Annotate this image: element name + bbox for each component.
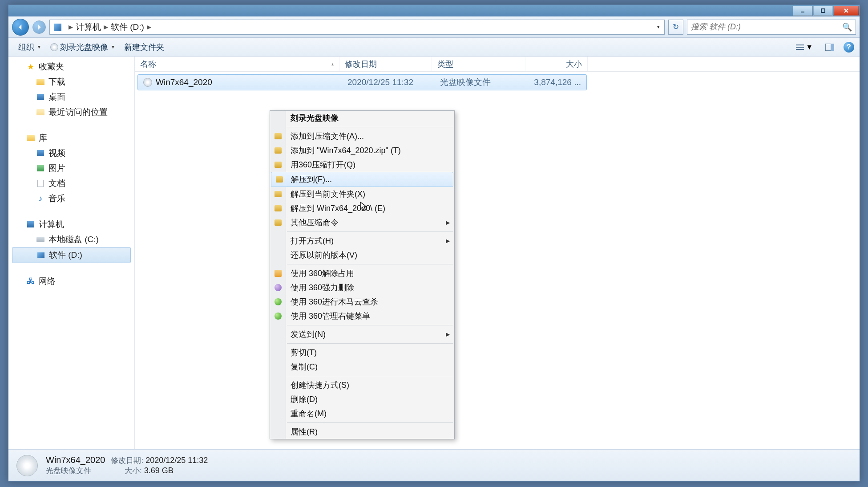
iso-file-icon xyxy=(143,78,152,87)
ctx-360-menu[interactable]: 使用 360管理右键菜单 xyxy=(270,309,454,323)
sidebar-pictures[interactable]: 图片 xyxy=(8,161,134,176)
mouse-cursor-icon xyxy=(359,201,369,213)
archive-icon xyxy=(274,218,283,227)
ctx-360-unlock[interactable]: 使用 360解除占用 xyxy=(270,266,454,280)
svg-rect-6 xyxy=(796,49,804,50)
sidebar-music[interactable]: ♪音乐 xyxy=(8,191,134,206)
archive-icon xyxy=(274,146,283,155)
command-bar: 组织▼ 刻录光盘映像▼ 新建文件夹 ▼ ? xyxy=(8,38,860,57)
column-headers: 名称▴ 修改日期 类型 大小 xyxy=(135,57,860,72)
ctx-send-to[interactable]: 发送到(N)▶ xyxy=(270,327,454,341)
sidebar-drive-d[interactable]: 软件 (D:) xyxy=(12,247,131,263)
chevron-right-icon: ▶ xyxy=(147,24,151,30)
svg-rect-5 xyxy=(796,47,804,48)
sort-indicator-icon: ▴ xyxy=(331,61,334,66)
minimize-button[interactable] xyxy=(793,6,812,16)
search-input[interactable] xyxy=(691,22,842,32)
network-icon: 🖧 xyxy=(26,277,35,286)
submenu-arrow-icon: ▶ xyxy=(446,219,450,226)
360-icon xyxy=(274,283,283,292)
svg-rect-8 xyxy=(831,44,834,51)
sidebar-drive-c[interactable]: 本地磁盘 (C:) xyxy=(8,232,134,247)
archive-icon xyxy=(274,190,283,199)
submenu-arrow-icon: ▶ xyxy=(446,238,450,244)
ctx-open-360zip[interactable]: 用360压缩打开(Q) xyxy=(270,158,454,172)
title-bar xyxy=(8,5,860,16)
back-button[interactable] xyxy=(12,19,29,36)
navigation-bar: ▶ 计算机 ▶ 软件 (D:) ▶ ▾ ↻ 🔍 xyxy=(8,16,860,38)
col-type[interactable]: 类型 xyxy=(432,57,525,71)
address-dropdown[interactable]: ▾ xyxy=(652,20,664,34)
computer-icon xyxy=(26,220,35,229)
ctx-other-zip[interactable]: 其他压缩命令▶ xyxy=(270,215,454,230)
sidebar-desktop[interactable]: 桌面 xyxy=(8,89,134,105)
file-date: 2020/12/25 11:32 xyxy=(342,77,435,87)
archive-icon xyxy=(274,160,283,169)
ctx-360-force-delete[interactable]: 使用 360强力删除 xyxy=(270,280,454,295)
col-size[interactable]: 大小 xyxy=(525,57,588,71)
ctx-extract-to[interactable]: 解压到(F)... xyxy=(271,172,453,187)
ctx-cut[interactable]: 剪切(T) xyxy=(270,345,454,360)
ctx-burn-image[interactable]: 刻录光盘映像 xyxy=(270,111,454,125)
details-title: Win7x64_2020 xyxy=(46,455,105,465)
burn-image-button[interactable]: 刻录光盘映像▼ xyxy=(46,40,120,54)
sidebar-network[interactable]: 🖧网络 xyxy=(8,274,134,289)
forward-button[interactable] xyxy=(32,20,46,34)
picture-icon xyxy=(36,164,45,173)
sidebar-videos[interactable]: 视频 xyxy=(8,146,134,161)
ctx-360-scan[interactable]: 使用 360进行木马云查杀 xyxy=(270,295,454,309)
organize-button[interactable]: 组织▼ xyxy=(14,40,46,54)
sidebar-libraries[interactable]: 库 xyxy=(8,130,134,146)
svg-rect-1 xyxy=(821,9,825,12)
chevron-right-icon: ▶ xyxy=(69,24,73,30)
ctx-delete[interactable]: 删除(D) xyxy=(270,392,454,406)
folder-icon xyxy=(36,77,45,86)
preview-pane-button[interactable] xyxy=(822,42,837,52)
details-pane: Win7x64_2020 修改日期: 2020/12/25 11:32 光盘映像… xyxy=(8,449,860,481)
ctx-add-archive[interactable]: 添加到压缩文件(A)... xyxy=(270,129,454,143)
sidebar-favorites[interactable]: ★收藏夹 xyxy=(8,59,134,74)
ctx-copy[interactable]: 复制(C) xyxy=(270,360,454,374)
document-icon xyxy=(36,179,45,188)
sidebar-documents[interactable]: 文档 xyxy=(8,176,134,191)
details-size-value: 3.69 GB xyxy=(144,466,174,475)
refresh-button[interactable]: ↻ xyxy=(668,20,683,35)
file-name: Win7x64_2020 xyxy=(156,77,212,87)
breadcrumb-root[interactable]: 计算机 xyxy=(76,21,101,33)
address-bar[interactable]: ▶ 计算机 ▶ 软件 (D:) ▶ ▾ xyxy=(49,20,665,35)
context-menu: 刻录光盘映像 添加到压缩文件(A)... 添加到 "Win7x64_2020.z… xyxy=(270,110,455,439)
ctx-restore-previous[interactable]: 还原以前的版本(V) xyxy=(270,248,454,262)
sidebar-recent[interactable]: 最近访问的位置 xyxy=(8,105,134,120)
details-size-label: 大小: xyxy=(125,467,142,475)
disc-icon xyxy=(50,43,58,51)
file-list-pane: 名称▴ 修改日期 类型 大小 Win7x64_2020 2020/12/25 1… xyxy=(135,57,860,449)
close-button[interactable] xyxy=(834,6,859,16)
view-options-button[interactable]: ▼ xyxy=(793,42,816,53)
file-row[interactable]: Win7x64_2020 2020/12/25 11:32 光盘映像文件 3,8… xyxy=(137,74,587,90)
archive-icon xyxy=(274,204,283,213)
maximize-button[interactable] xyxy=(813,6,833,16)
library-icon xyxy=(26,134,35,142)
video-icon xyxy=(36,149,45,158)
help-button[interactable]: ? xyxy=(844,42,854,53)
archive-icon xyxy=(275,175,284,184)
details-type: 光盘映像文件 xyxy=(46,467,91,475)
ctx-extract-here[interactable]: 解压到当前文件夹(X) xyxy=(270,187,454,201)
ctx-add-zip[interactable]: 添加到 "Win7x64_2020.zip" (T) xyxy=(270,143,454,158)
col-date[interactable]: 修改日期 xyxy=(339,57,432,71)
location-icon xyxy=(52,22,63,32)
ctx-rename[interactable]: 重命名(M) xyxy=(270,406,454,421)
ctx-properties[interactable]: 属性(R) xyxy=(270,425,454,439)
ctx-open-with[interactable]: 打开方式(H)▶ xyxy=(270,234,454,248)
sidebar-downloads[interactable]: 下载 xyxy=(8,74,134,89)
details-date-label: 修改日期: xyxy=(111,456,143,465)
music-icon: ♪ xyxy=(36,194,45,203)
new-folder-button[interactable]: 新建文件夹 xyxy=(120,40,169,54)
drive-icon xyxy=(36,251,45,260)
breadcrumb-current[interactable]: 软件 (D:) xyxy=(111,21,144,33)
col-name[interactable]: 名称▴ xyxy=(135,57,339,71)
search-box[interactable]: 🔍 xyxy=(687,20,856,35)
sidebar-computer[interactable]: 计算机 xyxy=(8,217,134,232)
recent-icon xyxy=(36,108,45,117)
ctx-create-shortcut[interactable]: 创建快捷方式(S) xyxy=(270,378,454,392)
